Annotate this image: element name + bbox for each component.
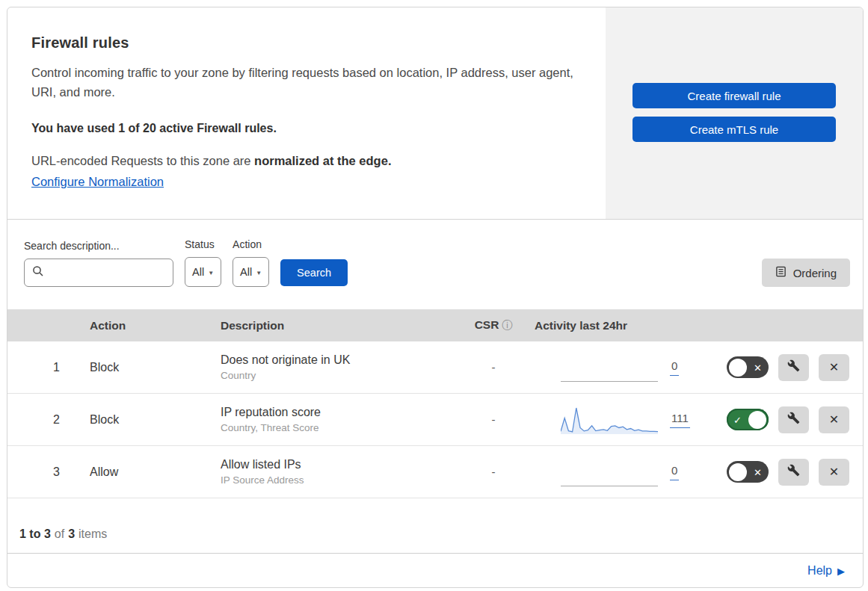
toggle-knob [729, 359, 747, 377]
rule-description: IP reputation score Country, Threat Scor… [221, 406, 452, 433]
rule-description: Does not originate in UK Country [221, 353, 452, 381]
search-input[interactable] [49, 267, 185, 279]
rule-description: Allow listed IPs IP Source Address [221, 458, 452, 486]
activity-count-link[interactable]: 111 [670, 412, 690, 428]
activity-count-link[interactable]: 0 [670, 464, 679, 480]
rule-activity: 0 [535, 457, 699, 487]
rule-action: Block [90, 413, 221, 427]
arrow-right-icon: ▶ [837, 566, 845, 577]
rule-number: 2 [7, 413, 90, 427]
rule-number: 1 [7, 361, 90, 374]
rule-fields: Country, Threat Score [221, 422, 452, 433]
column-csr: CSRⓘ [452, 318, 535, 332]
activity-count-link[interactable]: 0 [670, 359, 679, 376]
enable-toggle[interactable]: ✓ ✕ [727, 409, 769, 430]
enable-toggle[interactable]: ✓ ✕ [727, 356, 769, 378]
help-link[interactable]: Help ▶ [807, 564, 845, 578]
rule-activity: 111 [535, 405, 699, 435]
status-dropdown[interactable]: All ▼ [185, 257, 221, 287]
x-icon: ✕ [754, 466, 762, 477]
rule-csr: - [452, 361, 535, 374]
chevron-down-icon: ▼ [208, 270, 214, 276]
help-bar: Help ▶ [7, 554, 863, 588]
csr-label: CSR [475, 318, 499, 331]
rule-fields: IP Source Address [221, 474, 452, 486]
pagination-summary: 1 to 3 of 3 items [7, 498, 863, 554]
wrench-icon [787, 359, 800, 375]
edit-rule-button[interactable] [778, 459, 809, 486]
rule-title: Does not originate in UK [221, 353, 452, 367]
column-activity: Activity last 24hr [535, 319, 699, 332]
action-dropdown[interactable]: All ▼ [233, 257, 269, 287]
help-label: Help [807, 564, 832, 578]
rule-number: 3 [7, 465, 90, 479]
item-range: 1 to 3 [19, 527, 51, 540]
table-row: 2 Block IP reputation score Country, Thr… [7, 394, 863, 446]
list-document-icon [775, 266, 787, 279]
rule-controls: ✓ ✕ ✕ [699, 459, 863, 486]
close-icon: ✕ [829, 465, 839, 479]
rule-controls: ✓ ✕ ✕ [699, 406, 863, 433]
wrench-icon [787, 412, 800, 427]
table-row: 3 Allow Allow listed IPs IP Source Addre… [7, 446, 863, 498]
header-text-block: Firewall rules Control incoming traffic … [7, 7, 606, 219]
chevron-down-icon: ▼ [256, 270, 262, 276]
delete-rule-button[interactable]: ✕ [819, 354, 849, 381]
actions-panel: Create firewall rule Create mTLS rule [606, 7, 863, 219]
edit-rule-button[interactable] [778, 354, 809, 381]
header-section: Firewall rules Control incoming traffic … [7, 7, 863, 220]
status-field-group: Status All ▼ [185, 238, 221, 287]
action-value: All [240, 266, 252, 278]
search-input-box[interactable] [24, 259, 173, 287]
search-label: Search description... [24, 240, 173, 252]
status-value: All [192, 266, 204, 278]
rule-csr: - [452, 465, 535, 478]
action-label: Action [233, 238, 269, 250]
usage-summary: You have used 1 of 20 active Firewall ru… [31, 122, 576, 135]
x-icon: ✕ [754, 362, 762, 373]
page-title: Firewall rules [31, 34, 576, 52]
table-header: Action Description CSRⓘ Activity last 24… [7, 309, 863, 341]
status-label: Status [185, 238, 221, 250]
rule-action: Allow [90, 465, 221, 479]
delete-rule-button[interactable]: ✕ [819, 406, 849, 433]
search-field-group: Search description... [24, 240, 173, 287]
configure-normalization-link[interactable]: Configure Normalization [31, 175, 164, 189]
rule-title: Allow listed IPs [221, 458, 452, 471]
items-word: items [79, 527, 107, 541]
rule-title: IP reputation score [221, 406, 452, 419]
ordering-label: Ordering [793, 267, 837, 279]
toggle-knob [729, 463, 747, 481]
search-icon [32, 265, 44, 280]
search-button[interactable]: Search [280, 259, 348, 286]
column-description: Description [221, 319, 452, 332]
toggle-knob [748, 411, 766, 429]
rule-csr: - [452, 413, 535, 426]
delete-rule-button[interactable]: ✕ [819, 459, 849, 486]
activity-sparkline [561, 457, 658, 487]
rule-activity: 0 [535, 353, 699, 383]
create-mtls-rule-button[interactable]: Create mTLS rule [632, 117, 836, 142]
filter-controls: Search description... Status All ▼ Actio… [24, 238, 348, 287]
close-icon: ✕ [829, 360, 839, 374]
close-icon: ✕ [829, 412, 839, 427]
activity-sparkline [561, 353, 658, 383]
page-description: Control incoming traffic to your zone by… [31, 63, 576, 102]
wrench-icon [787, 464, 800, 480]
normalization-prefix: URL-encoded Requests to this zone are [31, 154, 254, 167]
rule-controls: ✓ ✕ ✕ [699, 354, 863, 381]
filter-bar: Search description... Status All ▼ Actio… [7, 220, 863, 309]
create-firewall-rule-button[interactable]: Create firewall rule [632, 83, 836, 108]
column-action: Action [90, 319, 221, 332]
normalization-note: URL-encoded Requests to this zone are no… [31, 154, 576, 168]
edit-rule-button[interactable] [778, 406, 809, 433]
check-icon: ✓ [733, 414, 742, 425]
rule-action: Block [90, 361, 221, 374]
of-word: of [55, 527, 64, 541]
enable-toggle[interactable]: ✓ ✕ [727, 461, 769, 483]
rule-fields: Country [221, 370, 452, 381]
ordering-button[interactable]: Ordering [762, 259, 850, 287]
item-total: 3 [68, 527, 75, 540]
info-icon[interactable]: ⓘ [502, 319, 512, 331]
firewall-rules-card: Firewall rules Control incoming traffic … [7, 7, 864, 588]
